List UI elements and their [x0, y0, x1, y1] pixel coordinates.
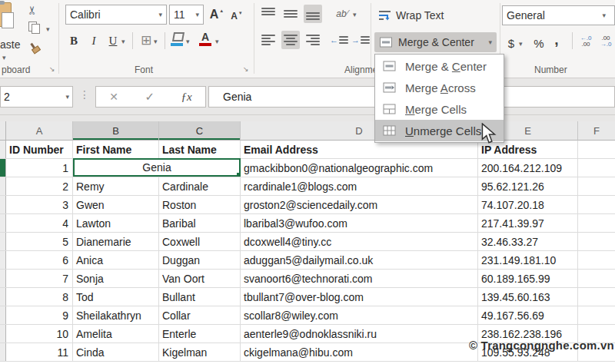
font-dialog-launcher-icon[interactable]: ↘ — [243, 65, 249, 73]
borders-caret-icon[interactable]: ▾ — [154, 38, 158, 45]
cell-ip[interactable]: 49.167.56.69 — [478, 306, 578, 324]
middle-align-button[interactable] — [281, 5, 300, 23]
cell-header-id[interactable]: ID Number — [6, 141, 73, 158]
decrease-decimal-button[interactable]: .00 →.0 — [597, 32, 615, 51]
increase-font-size-button[interactable]: A ▲ — [208, 5, 225, 24]
merged-cell-selection[interactable]: Genia — [73, 158, 241, 177]
paste-icon[interactable] — [0, 2, 12, 27]
top-align-button[interactable] — [259, 5, 278, 23]
align-center-button[interactable] — [281, 31, 300, 49]
cell-email[interactable]: svanoort6@technorati.com — [241, 270, 478, 287]
row-header[interactable] — [0, 233, 6, 250]
number-format-combo[interactable]: General ▾ — [502, 5, 615, 25]
font-name-combo[interactable]: Calibri ▾ — [65, 5, 167, 25]
cell-id[interactable]: 9 — [6, 306, 73, 324]
number-format-caret-icon[interactable]: ▾ — [602, 12, 606, 19]
cell-first-name[interactable]: Gwen — [73, 196, 159, 213]
cell-id[interactable]: 11 — [6, 343, 73, 361]
col-header-f[interactable]: F — [578, 121, 615, 141]
bold-button[interactable]: B — [66, 31, 81, 50]
row-header[interactable] — [0, 306, 6, 324]
cell-email[interactable]: lbaribal3@wufoo.com — [241, 214, 478, 232]
cell-last-name[interactable]: Collar — [159, 306, 241, 324]
cell-first-name[interactable]: Lawton — [73, 214, 159, 232]
menu-item-merge-center[interactable]: Merge & Center — [375, 55, 504, 77]
cell-empty[interactable] — [578, 288, 615, 306]
cell-last-name[interactable]: Roston — [159, 196, 241, 213]
decrease-font-size-button[interactable]: A ▼ — [228, 7, 245, 25]
underline-caret-icon[interactable]: ▾ — [121, 38, 125, 45]
cell-email[interactable]: dcoxwell4@tiny.cc — [241, 233, 478, 250]
cell-first-name[interactable]: Tod — [73, 288, 159, 306]
cell-header-email[interactable]: Email Address — [241, 141, 478, 158]
underline-button[interactable]: U — [105, 31, 121, 50]
cell-first-name[interactable]: Cinda — [73, 343, 159, 361]
font-name-caret-icon[interactable]: ▾ — [158, 11, 162, 18]
cell-ip[interactable]: 231.149.181.10 — [478, 251, 578, 269]
cell-email[interactable]: rcardinale1@blogs.com — [241, 177, 478, 195]
font-color-icon[interactable]: A — [198, 31, 212, 43]
fill-color-caret-icon[interactable]: ▾ — [186, 38, 190, 45]
cell-last-name[interactable]: Van Oort — [159, 270, 241, 287]
cell-ip[interactable]: 95.62.121.26 — [478, 177, 578, 195]
cell-email[interactable]: aduggan5@dailymail.co.uk — [241, 251, 478, 269]
insert-function-icon[interactable]: ƒx — [181, 91, 192, 104]
copy-icon[interactable] — [28, 22, 39, 32]
cell-id[interactable]: 10 — [6, 325, 73, 342]
font-size-combo[interactable]: 11 ▾ — [169, 5, 204, 25]
cell-first-name[interactable]: Sonja — [73, 270, 159, 287]
paste-button[interactable]: aste — [0, 38, 20, 51]
clipboard-dialog-launcher-icon[interactable]: ↘ — [49, 65, 55, 73]
cell-empty[interactable] — [578, 270, 615, 287]
select-all-corner[interactable] — [0, 121, 6, 141]
align-left-button[interactable] — [259, 31, 278, 49]
cell-ip[interactable]: 32.46.33.27 — [478, 233, 578, 250]
orientation-button[interactable]: ab⁄ — [332, 5, 352, 23]
col-header-c[interactable]: C — [159, 121, 241, 141]
cell-last-name[interactable]: Bullant — [159, 288, 241, 306]
col-header-b[interactable]: B — [73, 121, 159, 141]
cell-email[interactable]: tbullant7@over-blog.com — [241, 288, 478, 306]
cell-empty[interactable] — [578, 251, 615, 269]
currency-caret-icon[interactable]: ▾ — [519, 40, 523, 48]
align-right-button[interactable] — [304, 31, 322, 49]
cell-last-name[interactable]: Enterle — [159, 325, 241, 342]
cancel-icon[interactable]: ✕ — [109, 91, 118, 103]
row-header[interactable] — [0, 288, 6, 306]
cell-id[interactable]: 2 — [6, 177, 73, 195]
font-color-caret-icon[interactable]: ▾ — [215, 38, 219, 45]
comma-style-button[interactable]: , — [550, 31, 563, 49]
cell-ip[interactable]: 60.189.165.99 — [478, 270, 578, 287]
cell-id[interactable]: 1 — [6, 159, 73, 177]
cell-empty[interactable] — [578, 159, 615, 177]
increase-decimal-button[interactable]: ←.0 .00 — [577, 32, 595, 51]
cell-first-name[interactable]: Anica — [73, 251, 159, 269]
cell-id[interactable]: 7 — [6, 270, 73, 287]
cell-last-name[interactable]: Duggan — [159, 251, 241, 269]
cell-empty[interactable] — [578, 196, 615, 213]
row-header[interactable] — [0, 325, 6, 342]
cell-empty[interactable] — [578, 141, 615, 158]
copy-caret-icon[interactable]: ▾ — [46, 25, 50, 33]
wrap-text-button[interactable]: Wrap Text — [378, 6, 478, 25]
enter-check-icon[interactable]: ✓ — [145, 90, 155, 104]
cell-empty[interactable] — [578, 233, 615, 250]
currency-button[interactable]: $ — [505, 34, 517, 52]
cell-email[interactable]: scollar8@wiley.com — [241, 306, 478, 324]
borders-button[interactable]: ⊞ — [138, 31, 154, 49]
row-header[interactable] — [0, 214, 6, 232]
cell-first-name[interactable]: Remy — [73, 177, 159, 195]
name-box-caret-icon[interactable]: ▾ — [65, 93, 69, 101]
paste-caret-icon[interactable]: ▾ — [2, 54, 6, 61]
font-color-bar[interactable] — [199, 43, 211, 46]
merge-center-button[interactable]: Merge & Center ▾ — [374, 32, 497, 52]
increase-indent-button[interactable]: → — [351, 31, 371, 49]
name-box[interactable]: 2 ▾ — [0, 86, 73, 108]
cell-first-name[interactable]: Dianemarie — [73, 233, 159, 250]
decrease-indent-button[interactable]: ← — [329, 31, 349, 49]
row-header[interactable] — [0, 159, 6, 177]
cell-empty[interactable] — [578, 177, 615, 195]
cell-id[interactable]: 6 — [6, 251, 73, 269]
row-header[interactable] — [0, 270, 6, 287]
cell-header-last[interactable]: Last Name — [159, 141, 241, 158]
